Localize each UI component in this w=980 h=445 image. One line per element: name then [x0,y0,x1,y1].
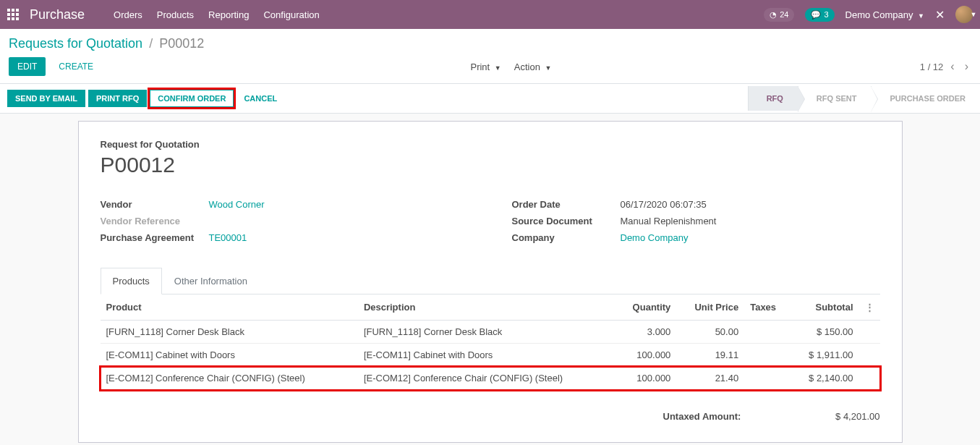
table-row[interactable]: [FURN_1118] Corner Desk Black [FURN_1118… [101,321,880,344]
top-menu: Orders Products Reporting Configuration [114,9,320,20]
cell-subtotal: $ 2,140.00 [791,367,859,390]
menu-reporting[interactable]: Reporting [208,9,249,20]
source-value: Manual Replenishment [621,216,717,226]
breadcrumb-parent[interactable]: Requests for Quotation [9,36,142,51]
cell-quantity: 3.000 [615,321,676,344]
action-dropdown[interactable]: Action ▼ [510,59,556,75]
print-rfq-button[interactable]: PRINT RFQ [88,90,147,107]
cell-taxes [744,344,791,367]
top-nav: Purchase Orders Products Reporting Confi… [0,0,980,29]
create-button[interactable]: CREATE [50,57,102,76]
vendor-label: Vendor [101,199,209,210]
breadcrumb-current: P00012 [159,36,204,51]
pager-next[interactable]: › [962,59,971,75]
cell-subtotal: $ 1,911.00 [791,344,859,367]
form-container: Request for Quotation P00012 Vendor Wood… [0,114,980,443]
app-title[interactable]: Purchase [30,7,85,22]
chat-count: 3 [824,10,828,19]
cell-description: [E-COM11] Cabinet with Doors [358,344,615,367]
edit-button[interactable]: EDIT [9,57,46,76]
cell-product: [E-COM12] Conference Chair (CONFIG) (Ste… [101,367,358,390]
stage-purchase-order[interactable]: PURCHASE ORDER [871,86,980,111]
close-icon[interactable]: ✕ [935,8,945,22]
th-quantity: Quantity [615,294,676,321]
confirm-order-button[interactable]: CONFIRM ORDER [150,90,234,107]
stage-rfq-sent[interactable]: RFQ SENT [798,86,872,111]
cell-taxes [744,321,791,344]
untaxed-label: Untaxed Amount: [663,411,741,422]
vendor-ref-label: Vendor Reference [101,216,209,226]
tab-products[interactable]: Products [101,268,162,294]
th-subtotal: Subtotal [791,294,859,321]
menu-products[interactable]: Products [157,9,194,20]
agreement-value[interactable]: TE00001 [209,232,247,243]
chat-badge[interactable]: 💬 3 [805,8,834,22]
cell-description: [E-COM12] Conference Chair (CONFIG) (Ste… [358,367,615,390]
activity-badge[interactable]: ◔ 24 [764,8,794,22]
tab-other-info[interactable]: Other Information [162,268,260,294]
cell-unit-price: 19.11 [676,344,744,367]
user-avatar[interactable]: ▼ [955,6,973,23]
company-switcher[interactable]: Demo Company ▼ [845,9,924,20]
cell-subtotal: $ 150.00 [791,321,859,344]
cell-quantity: 100.000 [615,367,676,390]
caret-down-icon: ▼ [495,64,501,72]
pager: 1 / 12 ‹ › [920,59,971,75]
form-title: P00012 [101,153,880,177]
source-label: Source Document [512,216,621,226]
caret-down-icon: ▼ [971,11,977,18]
cell-taxes [744,367,791,390]
pager-text: 1 / 12 [920,62,944,72]
untaxed-value: $ 4,201.00 [835,411,879,422]
caret-down-icon: ▼ [918,12,924,20]
send-email-button[interactable]: SEND BY EMAIL [7,90,85,107]
fields-col-right: Order Date 06/17/2020 06:07:35 Source Do… [512,199,880,249]
cell-description: [FURN_1118] Corner Desk Black [358,321,615,344]
breadcrumb-sep: / [149,36,153,51]
fields-row: Vendor Wood Corner Vendor Reference Purc… [101,199,880,249]
pager-prev[interactable]: ‹ [947,59,957,75]
order-date-label: Order Date [512,199,621,210]
stage-rfq[interactable]: RFQ [748,86,798,111]
th-taxes: Taxes [744,294,791,321]
apps-icon[interactable] [7,9,19,20]
th-product: Product [101,294,358,321]
totals: Untaxed Amount: $ 4,201.00 [101,408,880,425]
control-row: EDIT CREATE Print ▼ Action ▼ 1 / 12 ‹ › [9,57,971,83]
cell-unit-price: 50.00 [676,321,744,344]
company-label: Company [512,232,621,243]
order-date-value: 06/17/2020 06:07:35 [621,199,707,210]
menu-configuration[interactable]: Configuration [263,9,319,20]
status-buttons: SEND BY EMAIL PRINT RFQ CONFIRM ORDER CA… [0,84,284,113]
agreement-label: Purchase Agreement [101,232,209,243]
breadcrumb: Requests for Quotation / P00012 [9,36,971,51]
th-unit-price: Unit Price [676,294,744,321]
cell-unit-price: 21.40 [676,367,744,390]
chat-icon: 💬 [811,10,821,20]
status-stages: RFQ RFQ SENT PURCHASE ORDER [748,86,980,111]
cell-quantity: 100.000 [615,344,676,367]
top-right: ◔ 24 💬 3 Demo Company ▼ ✕ ▼ [764,6,973,23]
form-subtitle: Request for Quotation [101,139,880,150]
print-dropdown[interactable]: Print ▼ [466,59,505,75]
control-area: Requests for Quotation / P00012 EDIT CRE… [0,29,980,83]
menu-orders[interactable]: Orders [114,9,142,20]
vendor-value[interactable]: Wood Corner [209,199,265,210]
center-actions: Print ▼ Action ▼ [466,59,555,75]
activity-count: 24 [780,10,788,19]
cell-product: [FURN_1118] Corner Desk Black [101,321,358,344]
caret-down-icon: ▼ [545,64,552,72]
table-row[interactable]: [E-COM12] Conference Chair (CONFIG) (Ste… [101,367,880,390]
company-value[interactable]: Demo Company [621,232,689,243]
fields-col-left: Vendor Wood Corner Vendor Reference Purc… [101,199,469,249]
status-bar: SEND BY EMAIL PRINT RFQ CONFIRM ORDER CA… [0,83,980,114]
lines-table: Product Description Quantity Unit Price … [101,294,880,390]
th-menu[interactable]: ⋮ [859,294,880,321]
table-row[interactable]: [E-COM11] Cabinet with Doors [E-COM11] C… [101,344,880,367]
clock-icon: ◔ [770,10,777,20]
form-sheet: Request for Quotation P00012 Vendor Wood… [78,121,903,443]
cell-product: [E-COM11] Cabinet with Doors [101,344,358,367]
th-description: Description [358,294,615,321]
cancel-button[interactable]: CANCEL [237,90,284,107]
tabs: Products Other Information [101,267,880,294]
